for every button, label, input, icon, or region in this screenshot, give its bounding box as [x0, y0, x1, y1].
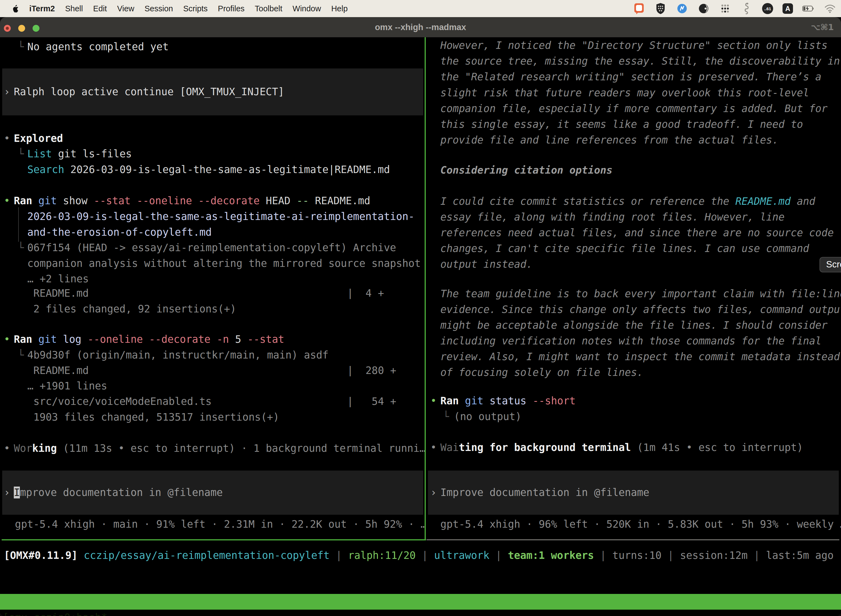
pie-crescent-icon[interactable]: [697, 3, 710, 15]
menu-item-shell[interactable]: Shell: [65, 4, 83, 13]
menu-tray: ..61 A: [633, 3, 841, 15]
menu-item-iterm2[interactable]: iTerm2: [29, 4, 55, 13]
branch-glyph: └: [18, 240, 27, 256]
apple-icon[interactable]: [12, 4, 19, 13]
left-session-status: gpt-5.4 xhigh · main · 91% left · 2.31M …: [15, 516, 425, 532]
thinking-para3-line3: might be acceptable alongside the file l…: [440, 317, 828, 333]
wifi-icon[interactable]: [824, 3, 836, 15]
git-show-command: •Ran git show --stat --oneline --decorat…: [4, 193, 370, 209]
thinking-para3-line5: review. Also, I might want to inspect th…: [440, 349, 840, 365]
menu-item-toolbelt[interactable]: Toolbelt: [255, 4, 282, 13]
branch-glyph: └: [18, 146, 27, 162]
thinking-para2-line3: references need actual files, and since …: [440, 225, 834, 241]
prompt-glyph: ›: [4, 485, 14, 501]
bullet-glyph: •: [4, 440, 14, 456]
input-source-label: A: [785, 5, 790, 13]
overlay-label: Scre: [826, 259, 841, 269]
git-log-output-2: … +1901 lines: [27, 378, 107, 394]
window-title: omx --xhigh --madmax: [0, 17, 841, 37]
thinking-para1-line7: provide file and line references from th…: [440, 132, 778, 148]
left-input-text: mprove documentation in @filename: [20, 487, 223, 499]
zoom-button[interactable]: [32, 25, 40, 32]
prompt-glyph: ›: [4, 84, 14, 100]
menu-items: iTerm2 Shell Edit View Session Scripts P…: [0, 4, 348, 13]
thinking-para3-line4: including verification notes with those …: [440, 333, 821, 349]
battery-icon[interactable]: [802, 3, 815, 15]
no-agents-line: └No agents completed yet: [18, 39, 168, 55]
git-log-stat-2: src/voice/voiceModeEnabled.ts| 54 +: [0, 393, 425, 409]
right-input-text: Improve documentation in @filename: [440, 487, 649, 499]
title-bar: omx --xhigh --madmax ⌥⌘1: [0, 17, 841, 38]
bullet-glyph: •: [431, 440, 440, 456]
squiggle-icon[interactable]: [741, 3, 753, 15]
inactive-pane-border: [426, 540, 840, 540]
thinking-para2-line2: essay file, along with finding root file…: [440, 209, 784, 225]
active-pane-border: [1, 539, 426, 540]
thinking-para3-line1: The team guideline is to back every impo…: [440, 286, 841, 302]
thinking-para1-line1: However, I noticed the "Directory Struct…: [440, 38, 828, 54]
bullet-glyph: •: [4, 331, 14, 348]
chat-app-icon[interactable]: [633, 3, 645, 15]
close-button[interactable]: [4, 25, 11, 32]
menu-item-edit[interactable]: Edit: [93, 4, 107, 13]
git-show-stat-line: README.md| 4 +: [0, 285, 425, 301]
menu-item-window[interactable]: Window: [293, 4, 321, 13]
git-show-output-1: └067f154 (HEAD -> essay/ai-reimplementat…: [18, 240, 396, 256]
bullet-glyph: •: [431, 393, 440, 409]
thinking-para1-line4: slight risk that future readers may over…: [440, 85, 809, 101]
bullet-glyph: •: [4, 193, 14, 209]
dots-grid-icon[interactable]: [719, 3, 731, 15]
menu-item-profiles[interactable]: Profiles: [218, 4, 245, 13]
right-prompt-input[interactable]: ›Improve documentation in @filename: [428, 471, 839, 515]
explored-list-line: └List git ls-files: [18, 146, 132, 162]
minimize-button[interactable]: [18, 25, 25, 32]
thinking-para3-line6: of focusing solely on file lines.: [440, 365, 643, 381]
thinking-para1-line6: this single essay, it seems like a good …: [440, 116, 803, 132]
menu-item-session[interactable]: Session: [145, 4, 173, 13]
branch-glyph: └: [443, 409, 454, 425]
thinking-para1-line3: the "Related research writing" section i…: [440, 69, 821, 85]
tmux-status-bar: [omx-cczip0:bash* "MacBook-Pro-44.local"…: [0, 594, 841, 610]
screen-share-overlay[interactable]: Scre: [819, 257, 841, 273]
menu-item-view[interactable]: View: [117, 4, 134, 13]
thinking-para1-line2: the source tree, missing the essay. Stil…: [440, 53, 840, 69]
terminal[interactable]: └No agents completed yet ›Ralph loop act…: [0, 37, 841, 616]
window-shortcut-badge: ⌥⌘1: [811, 17, 834, 37]
menu-bar: iTerm2 Shell Edit View Session Scripts P…: [0, 0, 841, 17]
blue-badge-icon[interactable]: [676, 3, 688, 15]
thinking-para3-line2: evidence. Since this change only affects…: [440, 302, 841, 318]
menu-item-scripts[interactable]: Scripts: [183, 4, 208, 13]
screen: iTerm2 Shell Edit View Session Scripts P…: [0, 0, 841, 616]
inject-banner: ›Ralph loop active continue [OMX_TMUX_IN…: [2, 69, 423, 115]
menu-item-help[interactable]: Help: [331, 4, 348, 13]
prompt-glyph: ›: [431, 485, 440, 501]
right-pane[interactable]: However, I noticed the "Directory Struct…: [426, 37, 841, 540]
explored-search-line: Search 2026-03-09-is-legal-the-same-as-l…: [27, 162, 390, 178]
git-log-command: •Ran git log --oneline --decorate -n 5 -…: [4, 331, 284, 348]
git-show-summary: 2 files changed, 92 insertions(+): [34, 301, 236, 317]
working-status-line: •Working (11m 13s • esc to interrupt) · …: [4, 440, 425, 456]
left-prompt-input[interactable]: ›Improve documentation in @filename: [2, 471, 423, 515]
thinking-para2-line4: changes, I can't cite specific file line…: [440, 241, 809, 257]
bullet-glyph: •: [4, 131, 14, 147]
omx-status-bar: [OMX#0.11.9] cczip/essay/ai-reimplementa…: [4, 547, 834, 563]
traffic-lights: [4, 25, 40, 32]
git-show-arg-wrap2: and-the-erosion-of-copyleft.md: [27, 224, 212, 241]
git-log-output-1: └4b9d30f (origin/main, instructkr/main, …: [18, 347, 329, 363]
pane-divider[interactable]: [425, 37, 426, 540]
shield-grid-icon[interactable]: [655, 3, 667, 15]
left-pane[interactable]: └No agents completed yet ›Ralph loop act…: [0, 37, 425, 540]
git-show-output-3: … +2 lines: [27, 271, 89, 287]
branch-glyph: └: [18, 39, 27, 55]
git-show-output-2: companion analysis without altering the …: [27, 255, 421, 271]
thinking-para2-line1: I could cite commit statistics or refere…: [440, 194, 815, 210]
waiting-status-line: •Waiting for background terminal (1m 41s…: [431, 440, 803, 456]
iterm-window: omx --xhigh --madmax ⌥⌘1 └No agents comp…: [0, 17, 841, 616]
input-source-icon[interactable]: A: [782, 3, 793, 14]
text-cursor: I: [14, 487, 20, 499]
git-status-output: └(no output): [443, 409, 522, 425]
thinking-para2-line5: output instead.: [440, 257, 533, 273]
percent-badge-icon[interactable]: ..61: [762, 3, 773, 14]
tmux-session-label: [omx-cczip0:bash*: [3, 610, 107, 616]
git-log-summary: 1903 files changed, 513517 insertions(+): [34, 409, 279, 425]
